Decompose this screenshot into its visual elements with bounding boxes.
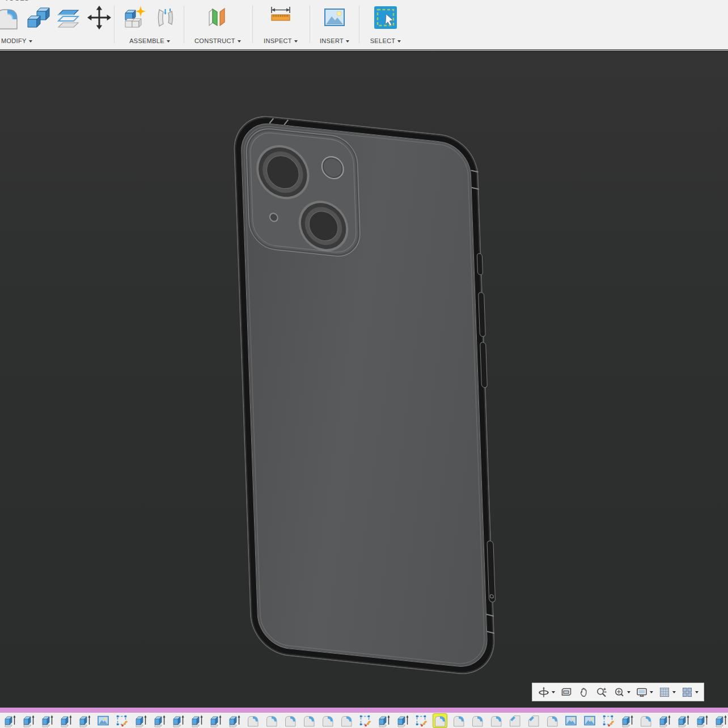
timeline-feature-fillet[interactable] xyxy=(321,714,335,727)
offset-face-tool-icon[interactable] xyxy=(56,5,82,31)
model-viewport[interactable] xyxy=(0,50,728,708)
chevron-down-icon[interactable] xyxy=(695,691,699,693)
view-navigation-bar xyxy=(532,683,704,701)
select-menu-label[interactable]: SELECT xyxy=(366,37,405,44)
modify-menu-label[interactable]: MODIFY xyxy=(0,37,113,44)
chevron-down-icon[interactable] xyxy=(650,691,653,693)
display-settings-nav-button[interactable] xyxy=(636,686,653,699)
timeline-feature-canvas[interactable] xyxy=(96,714,110,727)
grid-snaps-icon xyxy=(658,686,671,699)
inspect-menu-label[interactable]: INSPECT xyxy=(258,37,303,44)
measure-tool-icon[interactable] xyxy=(268,5,294,31)
look-at-nav-button[interactable] xyxy=(560,686,573,699)
feature-timeline xyxy=(0,713,728,728)
grid-snaps-nav-button[interactable] xyxy=(658,686,676,699)
fusion-window: { "toolbar": { "tab_hint": "TOOLS", "gro… xyxy=(0,0,728,728)
timeline-track xyxy=(0,713,728,728)
toolbar-group-inspect: INSPECT xyxy=(258,5,303,31)
timeline-feature-chamfer[interactable] xyxy=(527,714,540,727)
viewports-nav-button[interactable] xyxy=(681,686,699,699)
timeline-feature-extrude[interactable] xyxy=(227,714,241,727)
toolbar-group-modify: MODIFY xyxy=(0,5,113,31)
insert-canvas-tool-icon[interactable] xyxy=(321,5,348,31)
phone-back-cover xyxy=(240,120,488,670)
timeline-feature-extrude[interactable] xyxy=(190,714,204,727)
timeline-feature-extrude[interactable] xyxy=(396,714,409,727)
toolbar-separator xyxy=(359,6,359,43)
timeline-feature-fillet[interactable] xyxy=(246,714,260,727)
fillet-tool-icon[interactable] xyxy=(0,5,20,31)
toolbar-separator xyxy=(114,6,115,43)
timeline-feature-sketch[interactable] xyxy=(115,714,129,727)
timeline-feature-fillet[interactable] xyxy=(302,714,316,727)
timeline-feature-extrude[interactable] xyxy=(714,714,727,727)
timeline-feature-canvas[interactable] xyxy=(583,714,596,727)
timeline-feature-canvas[interactable] xyxy=(564,714,578,727)
timeline-feature-fillet[interactable] xyxy=(340,714,353,727)
timeline-feature-chamfer[interactable] xyxy=(508,714,522,727)
camera-lens-top xyxy=(255,142,310,202)
timeline-feature-sketch[interactable] xyxy=(602,714,615,727)
construct-plane-tool-icon[interactable] xyxy=(205,5,231,31)
insert-menu-label[interactable]: INSERT xyxy=(315,37,354,44)
chevron-down-icon xyxy=(29,40,32,43)
pan-nav-button[interactable] xyxy=(578,686,590,699)
volume-up-button xyxy=(478,292,486,337)
chevron-down-icon[interactable] xyxy=(627,691,630,693)
timeline-feature-extrude[interactable] xyxy=(3,714,16,727)
timeline-feature-sketch[interactable] xyxy=(414,714,428,727)
assemble-menu-label[interactable]: ASSEMBLE xyxy=(120,37,179,44)
timeline-feature-extrude[interactable] xyxy=(134,714,147,727)
toolbar-group-select: SELECT xyxy=(366,5,405,31)
timeline-feature-extrude[interactable] xyxy=(22,714,35,727)
timeline-feature-fillet[interactable] xyxy=(639,714,653,727)
timeline-feature-extrude[interactable] xyxy=(377,714,391,727)
chevron-down-icon xyxy=(238,40,241,43)
toolbar-separator xyxy=(252,6,253,43)
timeline-feature-extrude[interactable] xyxy=(153,714,166,727)
joint-tool-icon[interactable] xyxy=(153,5,179,31)
new-component-tool-icon[interactable] xyxy=(121,5,147,31)
timeline-feature-fillet[interactable] xyxy=(452,714,465,727)
volume-down-button xyxy=(480,342,488,388)
select-tool-icon[interactable] xyxy=(373,5,399,31)
display-settings-icon xyxy=(636,686,648,699)
phone-3d-model[interactable] xyxy=(234,113,495,677)
timeline-feature-extrude[interactable] xyxy=(59,714,73,727)
timeline-feature-extrude[interactable] xyxy=(658,714,671,727)
timeline-feature-fillet[interactable] xyxy=(489,714,503,727)
timeline-feature-extrude[interactable] xyxy=(78,714,91,727)
orbit-nav-button[interactable] xyxy=(537,686,555,699)
timeline-feature-fillet-highlighted[interactable] xyxy=(433,714,447,727)
timeline-feature-fillet[interactable] xyxy=(545,714,559,727)
toolbar-tab-tools[interactable]: TOOLS xyxy=(5,0,29,2)
timeline-feature-extrude[interactable] xyxy=(695,714,709,727)
construct-menu-label[interactable]: CONSTRUCT xyxy=(189,37,246,44)
move-tool-icon[interactable] xyxy=(86,5,112,31)
camera-flash xyxy=(321,155,344,181)
timeline-feature-fillet[interactable] xyxy=(265,714,278,727)
timeline-feature-extrude[interactable] xyxy=(171,714,185,727)
timeline-feature-extrude[interactable] xyxy=(620,714,634,727)
timeline-feature-extrude[interactable] xyxy=(209,714,222,727)
timeline-feature-sketch[interactable] xyxy=(358,714,372,727)
zoom-nav-button[interactable] xyxy=(595,686,608,699)
chevron-down-icon[interactable] xyxy=(672,691,676,693)
chevron-down-icon xyxy=(397,40,401,43)
chevron-down-icon[interactable] xyxy=(552,691,555,693)
fit-nav-button[interactable] xyxy=(613,686,630,699)
chevron-down-icon xyxy=(167,40,170,43)
timeline-feature-fillet[interactable] xyxy=(471,714,484,727)
camera-lens-bottom xyxy=(298,198,349,254)
combine-tool-icon[interactable] xyxy=(25,5,51,31)
pan-icon xyxy=(578,686,590,699)
timeline-scroll-strip[interactable] xyxy=(0,708,728,713)
chevron-down-icon xyxy=(294,40,298,43)
look-at-icon xyxy=(560,686,573,699)
timeline-feature-fillet[interactable] xyxy=(283,714,297,727)
camera-microphone-dot xyxy=(269,212,278,222)
timeline-feature-extrude[interactable] xyxy=(676,714,690,727)
timeline-feature-extrude[interactable] xyxy=(40,714,54,727)
camera-plateau xyxy=(246,126,361,259)
sim-tray xyxy=(486,540,496,603)
